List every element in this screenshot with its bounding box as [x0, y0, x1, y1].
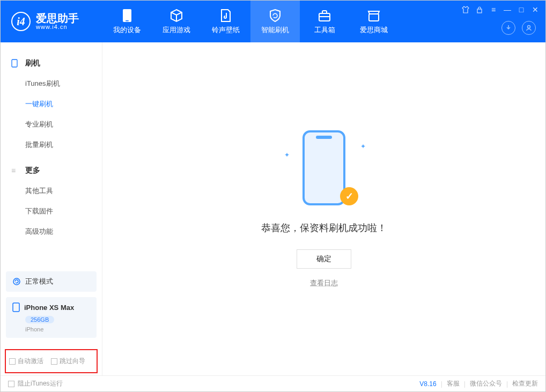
ok-button[interactable]: 确定: [297, 249, 351, 269]
phone-small-icon: [11, 59, 20, 68]
sidebar-head-flash[interactable]: 刷机: [1, 53, 102, 73]
sidebar: 刷机 iTunes刷机 一键刷机 专业刷机 批量刷机 ≡ 更多 其他工具 下载固…: [1, 42, 102, 375]
svg-rect-7: [12, 60, 17, 67]
minimize-icon[interactable]: —: [503, 5, 512, 14]
svg-rect-0: [123, 9, 131, 22]
close-icon[interactable]: ✕: [530, 5, 540, 14]
music-file-icon: [220, 8, 232, 23]
sparkle-icon: [360, 141, 365, 145]
refresh-icon: [12, 277, 21, 286]
maximize-icon[interactable]: □: [517, 5, 526, 14]
tab-ringtones[interactable]: 铃声壁纸: [201, 1, 250, 42]
user-icon[interactable]: [522, 21, 536, 35]
checkbox-block-itunes[interactable]: 阻止iTunes运行: [8, 379, 63, 388]
logo-text: 爱思助手 www.i4.cn: [36, 13, 79, 30]
cube-icon: [169, 8, 183, 23]
sidebar-item-download-firmware[interactable]: 下载固件: [1, 201, 102, 221]
shirt-icon[interactable]: [461, 5, 470, 14]
sidebar-section1-title: 刷机: [25, 58, 40, 68]
sidebar-item-other-tools[interactable]: 其他工具: [1, 181, 102, 201]
window-controls: ≡ — □ ✕: [461, 5, 540, 14]
success-message: 恭喜您，保资料刷机成功啦！: [261, 221, 387, 234]
nav-tabs: 我的设备 应用游戏 铃声壁纸 智能刷机 工具箱 爱思商城: [102, 1, 399, 42]
phone-illustration: [302, 130, 345, 205]
footer: 阻止iTunes运行 V8.16 | 客服 | 微信公众号 | 检查更新: [1, 375, 545, 391]
svg-rect-5: [477, 9, 482, 13]
sidebar-item-advanced[interactable]: 高级功能: [1, 221, 102, 242]
sidebar-head-more[interactable]: ≡ 更多: [1, 160, 102, 181]
mode-label: 正常模式: [25, 277, 53, 286]
toolbox-icon: [318, 8, 331, 23]
tab-store[interactable]: 爱思商城: [349, 1, 399, 42]
main-content: ✓ 恭喜您，保资料刷机成功啦！ 确定 查看日志: [102, 42, 545, 375]
svg-rect-9: [13, 303, 19, 312]
device-mode-box[interactable]: 正常模式: [6, 271, 97, 292]
sidebar-section2-title: 更多: [25, 166, 40, 175]
footer-link-support[interactable]: 客服: [447, 379, 460, 388]
checkbox-auto-activate[interactable]: 自动激活: [9, 357, 43, 366]
store-icon: [367, 8, 381, 23]
sidebar-item-oneclick-flash[interactable]: 一键刷机: [1, 94, 102, 114]
view-log-link[interactable]: 查看日志: [310, 278, 338, 288]
app-header: i4 爱思助手 www.i4.cn 我的设备 应用游戏 铃声壁纸 智能刷机 工具…: [1, 1, 545, 42]
footer-link-wechat[interactable]: 微信公众号: [470, 379, 502, 388]
svg-point-6: [528, 26, 530, 28]
highlighted-options-box: 自动激活 跳过向导: [5, 349, 98, 373]
success-illustration: ✓: [292, 130, 356, 211]
sidebar-item-batch-flash[interactable]: 批量刷机: [1, 135, 102, 155]
device-type: iPhone: [25, 326, 90, 332]
tab-apps-games[interactable]: 应用游戏: [152, 1, 201, 42]
footer-left: 阻止iTunes运行: [8, 379, 63, 388]
footer-right: V8.16 | 客服 | 微信公众号 | 检查更新: [419, 379, 538, 388]
tab-toolbox[interactable]: 工具箱: [300, 1, 349, 42]
shield-refresh-icon: [268, 8, 282, 23]
version-label[interactable]: V8.16: [419, 380, 436, 388]
body: 刷机 iTunes刷机 一键刷机 专业刷机 批量刷机 ≡ 更多 其他工具 下载固…: [1, 42, 545, 375]
checkbox-icon: [8, 381, 14, 387]
device-info-box[interactable]: iPhone XS Max 256GB iPhone: [6, 297, 97, 338]
header-user-icons: [501, 21, 536, 35]
device-capacity: 256GB: [25, 314, 90, 324]
sidebar-item-itunes-flash[interactable]: iTunes刷机: [1, 73, 102, 94]
svg-rect-1: [126, 20, 129, 21]
device-name-row: iPhone XS Max: [12, 302, 90, 312]
menu-icon[interactable]: ≡: [489, 5, 498, 14]
lock-icon[interactable]: [475, 5, 484, 14]
app-title: 爱思助手: [36, 13, 79, 24]
checkbox-icon: [9, 358, 16, 365]
logo-area[interactable]: i4 爱思助手 www.i4.cn: [1, 12, 102, 31]
tab-my-device[interactable]: 我的设备: [102, 1, 152, 42]
device-small-icon: [12, 302, 20, 312]
device-icon: [122, 8, 132, 23]
footer-link-update[interactable]: 检查更新: [512, 379, 538, 388]
sidebar-item-pro-flash[interactable]: 专业刷机: [1, 114, 102, 135]
tab-smart-flash[interactable]: 智能刷机: [250, 1, 300, 42]
checkbox-skip-guide[interactable]: 跳过向导: [51, 357, 85, 366]
sidebar-section-flash: 刷机 iTunes刷机 一键刷机 专业刷机 批量刷机: [1, 53, 102, 155]
download-icon[interactable]: [501, 21, 515, 35]
svg-rect-4: [369, 14, 379, 21]
device-name: iPhone XS Max: [24, 304, 74, 312]
sidebar-section-more: ≡ 更多 其他工具 下载固件 高级功能: [1, 160, 102, 242]
svg-point-8: [13, 278, 20, 285]
app-subtitle: www.i4.cn: [36, 24, 79, 30]
checkbox-icon: [51, 358, 57, 365]
sparkle-icon: [284, 150, 289, 154]
check-badge-icon: ✓: [340, 187, 358, 205]
app-logo-icon: i4: [11, 12, 31, 31]
list-icon: ≡: [11, 166, 20, 175]
